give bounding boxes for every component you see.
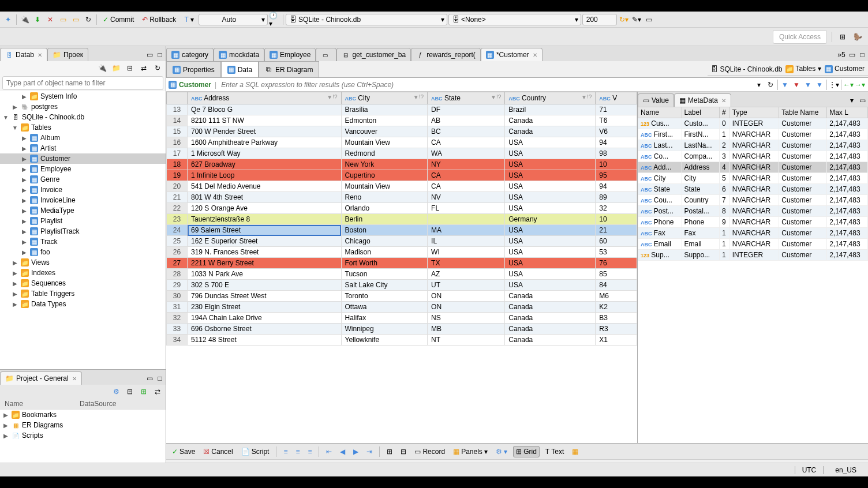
editor-tab-5[interactable]: ƒrewards_report( [411,48,481,61]
table-row[interactable]: 26319 N. Frances StreetMadisonWIUSA53 [167,247,637,258]
auto-select[interactable]: Auto [199,14,268,25]
maximize-icon[interactable]: □ [858,51,867,60]
collapse-icon[interactable]: ⊟ [124,62,136,74]
tree-table-mediatype[interactable]: ▶▦MediaType [0,205,166,216]
table-row[interactable]: 18627 BroadwayNew YorkNYUSA10 [167,159,637,170]
editor-tab-6[interactable]: ▦*Customer✕ [481,48,542,61]
next-page-icon[interactable]: ▶ [351,446,361,457]
cancel-button[interactable]: ☒Cancel [201,446,235,457]
record-button[interactable]: ▭Record [412,446,447,457]
meta-row[interactable]: ABC PhonePhone9NVARCHARCustomer2,147,483 [638,217,868,228]
more-tabs[interactable]: »5 [837,51,846,60]
tab-project-general[interactable]: 📁Project - General✕ [0,371,82,385]
tree-sqlite[interactable]: ▼🗄SQLite - Chinook.db [0,112,166,122]
meta-row[interactable]: ABC Cou...Country7NVARCHARCustomer2,147,… [638,195,868,206]
link-icon[interactable]: ⇄ [152,386,163,397]
tree-triggers[interactable]: ▶📁Table Triggers [0,288,166,299]
tree-tables[interactable]: ▼📁Tables [0,122,166,133]
delete-row-icon[interactable]: ⊟ [398,446,409,457]
locale-label[interactable]: en_US [835,466,856,474]
align-center-icon[interactable]: ≡ [293,446,302,457]
plug-icon[interactable]: 🔌 [19,14,31,25]
history-icon[interactable]: 🕐▾ [269,14,280,25]
meta-row[interactable]: 123 Cus...Custo...0INTEGERCustomer2,147,… [638,118,868,129]
database-tree[interactable]: ▶📁System Info▶🐘postgres▼🗄SQLite - Chinoo… [0,91,166,369]
tree-sequences[interactable]: ▶📁Sequences [0,278,166,288]
col-header-address[interactable]: ABC Address▼!? [188,92,342,104]
meta-row[interactable]: ABC FaxFax1NVARCHARCustomer2,147,483 [638,228,868,239]
table-row[interactable]: 345112 48 StreetYellowknifeNTCanadaX1 [167,335,637,346]
sql-filter-input[interactable] [220,80,753,90]
collapse-icon[interactable]: ⊟ [124,386,136,397]
script-button[interactable]: 📄Script [239,446,272,457]
data-grid[interactable]: ABC Address▼!?ABC City▼!?ABC State▼!?ABC… [166,92,637,443]
link-icon[interactable]: ⇄ [138,62,149,74]
table-row[interactable]: 272211 W Berry StreetFort WorthTXUSA76 [167,258,637,269]
tree-table-customer[interactable]: ▶▦Customer [0,153,166,164]
col-header-state[interactable]: ABC State▼!? [428,92,505,104]
meta-col-Type[interactable]: Type [729,107,779,118]
tree-table-track[interactable]: ▶▦Track [0,237,166,247]
filter-custom-icon[interactable]: ▼ [814,79,825,91]
tab-er-diagram[interactable]: ⿻ER Diagram [259,61,319,77]
breadcrumb-table[interactable]: ▦ Customer [825,65,865,73]
limit-input[interactable] [582,14,617,25]
forward-icon[interactable]: →▾ [854,79,866,91]
bookmarks-item[interactable]: ▶📁Bookmarks [0,410,166,420]
table-row[interactable]: 31230 Elgin StreetOttawaONCanadaK2 [167,302,637,313]
col-header-country[interactable]: ABC Country▼!? [505,92,596,104]
minimize-icon[interactable]: ▭ [858,96,867,106]
schema-select[interactable]: 🗄 <None> [448,14,581,25]
add-row-icon[interactable]: ⊞ [384,446,395,457]
meta-row[interactable]: 123 Sup...Suppo...1INTEGERCustomer2,147,… [638,250,868,261]
meta-col-Label[interactable]: Label [682,107,719,118]
breadcrumb-db[interactable]: 🗄 SQLite - Chinook.db [711,65,782,73]
tree-views[interactable]: ▶📁Views [0,257,166,268]
new-connection-icon[interactable]: ✦ [2,14,14,25]
col-header-city[interactable]: ABC City▼!? [341,92,428,104]
maximize-icon[interactable]: □ [155,374,164,384]
table-row[interactable]: 148210 111 ST NWEdmontonABCanadaT6 [167,115,637,126]
table-row[interactable]: 191 Infinite LoopCupertinoCAUSA95 [167,170,637,181]
tree-table-invoiceline[interactable]: ▶▦InvoiceLine [0,195,166,205]
tree-table-playlisttrack[interactable]: ▶▦PlaylistTrack [0,226,166,237]
new-conn-icon[interactable]: 🔌 [96,62,108,74]
txn-mode-button[interactable]: T▾ [181,16,197,24]
save-button[interactable]: ✓Save [170,446,197,457]
filter-save-icon[interactable]: ▼ [802,79,814,91]
tree-table-album[interactable]: ▶▦Album [0,133,166,143]
minimize-icon[interactable]: ▭ [847,51,856,60]
meta-col-#[interactable]: # [719,107,729,118]
table-row[interactable]: 2469 Salem StreetBostonMAUSA21 [167,225,637,236]
tab-database[interactable]: 🗄Datab✕ [0,48,47,61]
tree-indexes[interactable]: ▶📁Indexes [0,268,166,278]
grid-view-button[interactable]: ⊞Grid [513,446,540,457]
tree-table-employee[interactable]: ▶▦Employee [0,164,166,174]
er-diagrams-item[interactable]: ▶▦ER Diagrams [0,420,166,430]
sql-editor-icon[interactable]: ▭ [57,14,69,25]
commit-button[interactable]: ✓Commit [99,16,137,24]
tab-data[interactable]: ▦Data [221,61,259,77]
settings-icon[interactable]: ⚙ [110,386,122,397]
columns-icon[interactable]: ⋮▾ [828,79,840,91]
stop-icon[interactable]: ▭ [643,14,655,25]
editor-tab-2[interactable]: ▦Employee [264,48,316,61]
editor-tab-3[interactable]: ▭ [316,48,336,61]
tree-sysinfo[interactable]: ▶📁System Info [0,91,166,102]
table-row[interactable]: 281033 N Park AveTucsonAZUSA85 [167,269,637,280]
close-icon[interactable]: ✕ [72,376,77,382]
tab-value[interactable]: ▭Value [638,93,674,107]
table-row[interactable]: 13Qe 7 Bloco GBrasíliaDFBrazil71 [167,104,637,115]
meta-col-Max L[interactable]: Max L [827,107,868,118]
rollback-button[interactable]: ↶Rollback [139,16,179,24]
tree-postgres[interactable]: ▶🐘postgres [0,102,166,112]
table-row[interactable]: 33696 Osborne StreetWinnipegMBCanadaR3 [167,324,637,335]
meta-row[interactable]: ABC EmailEmail1NVARCHARCustomer2,147,483 [638,239,868,250]
minimize-icon[interactable]: ▭ [145,51,154,60]
refresh-data-icon[interactable]: ↻ [765,79,776,91]
folder-icon[interactable]: 📁 [110,62,122,74]
minimize-icon[interactable]: ▭ [145,374,154,384]
table-row[interactable]: 15700 W Pender StreetVancouverBCCanadaV6 [167,126,637,137]
filter-icon[interactable]: ▼ [779,79,791,91]
meta-row[interactable]: ABC StateState6NVARCHARCustomer2,147,483 [638,184,868,195]
